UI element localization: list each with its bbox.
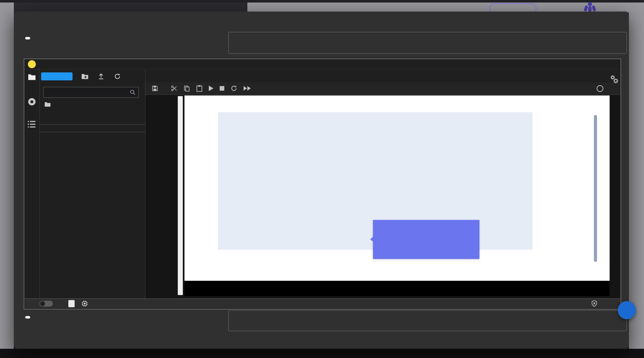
- file-browser-toolbar: [41, 71, 144, 81]
- tooltip-arrow: [370, 237, 373, 242]
- jupyterlite-logo-icon[interactable]: [28, 60, 36, 68]
- restart-kernel-icon[interactable]: [230, 85, 237, 92]
- background-app-sidebar: [0, 3, 14, 349]
- run-cell-icon[interactable]: [209, 86, 214, 91]
- stop-kernel-icon[interactable]: [220, 86, 224, 91]
- trust-shield-icon[interactable]: [591, 300, 598, 307]
- input-materials-label: [24, 37, 31, 40]
- terminal-icon[interactable]: [68, 300, 75, 307]
- notebook-toolbar: [146, 82, 620, 95]
- gear-icon[interactable]: [610, 75, 619, 84]
- file-list-header: [40, 124, 145, 132]
- search-icon: [130, 89, 136, 96]
- app-logo-icon: [583, 1, 596, 12]
- new-folder-icon[interactable]: [81, 73, 88, 80]
- legend-scrollbar[interactable]: [594, 115, 597, 262]
- home-folder-icon[interactable]: [44, 102, 51, 107]
- cut-icon[interactable]: [171, 85, 177, 92]
- background-right-edge: [629, 3, 644, 349]
- cell-output-collapser[interactable]: [178, 96, 183, 295]
- info-button[interactable]: [618, 301, 636, 319]
- input-materials-field[interactable]: [228, 32, 627, 54]
- save-icon[interactable]: [152, 85, 158, 92]
- background-top-band: [0, 0, 644, 3]
- status-bar-right: [584, 300, 612, 307]
- status-bar: [25, 298, 620, 308]
- cpu-icon[interactable]: [81, 300, 88, 307]
- divider: [40, 69, 40, 298]
- file-browser-tab-icon[interactable]: [28, 74, 36, 81]
- filter-files-input[interactable]: [43, 87, 139, 98]
- background-bottom-band: [0, 349, 644, 358]
- chart-legend: [525, 113, 598, 254]
- copy-icon[interactable]: [184, 85, 190, 92]
- console-output: [184, 281, 610, 296]
- new-launcher-button[interactable]: [41, 72, 72, 80]
- breadcrumb: [44, 102, 56, 107]
- simple-mode-toggle[interactable]: [40, 301, 53, 306]
- jupyter-menu-bar: [24, 59, 620, 69]
- materials-in-code: [25, 37, 30, 40]
- screen: [0, 0, 644, 358]
- upload-icon[interactable]: [98, 73, 104, 80]
- restart-run-all-icon[interactable]: [244, 86, 251, 91]
- output-materials-field[interactable]: [228, 310, 627, 331]
- kernel-status-icon[interactable]: [596, 85, 603, 92]
- background-header-dark: [14, 3, 247, 13]
- output-materials-label: [24, 316, 31, 318]
- materials-out-code: [25, 316, 30, 318]
- chart-tooltip: [373, 220, 480, 259]
- status-bar-left: [36, 300, 95, 307]
- running-sessions-tab-icon[interactable]: [28, 98, 36, 106]
- refresh-icon[interactable]: [114, 73, 121, 80]
- paste-icon[interactable]: [196, 85, 202, 92]
- table-of-contents-tab-icon[interactable]: [28, 120, 36, 128]
